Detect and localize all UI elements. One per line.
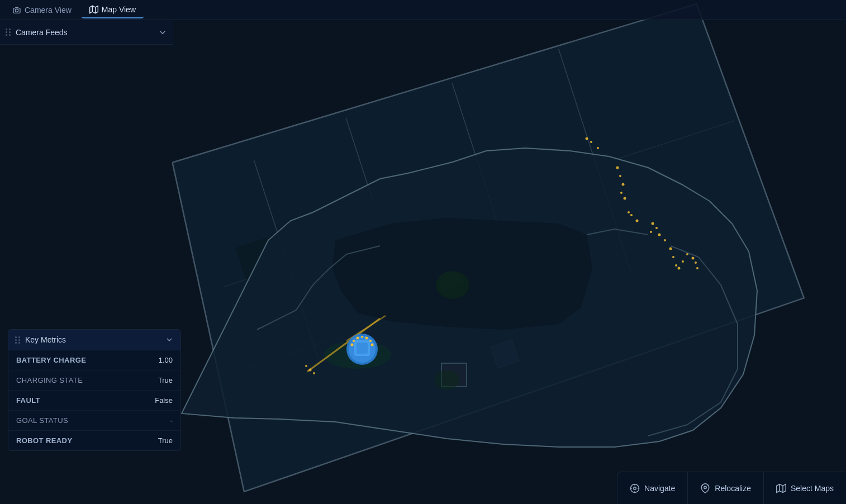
drag-handle[interactable] [6,28,11,36]
svg-point-38 [620,192,622,194]
metric-key-robot-ready: ROBOT READY [16,436,72,445]
relocalize-icon [700,483,710,493]
metrics-drag-handle[interactable] [15,336,21,344]
bottom-toolbar: Navigate Relocalize Select Maps [617,472,846,504]
metric-row-charging: Charging State True [8,370,180,391]
svg-marker-74 [89,6,98,13]
select-maps-label: Select Maps [791,484,834,493]
relocalize-button[interactable]: Relocalize [688,472,764,504]
svg-point-52 [682,260,684,263]
svg-point-66 [369,340,372,342]
svg-point-46 [658,234,661,236]
svg-point-33 [597,147,599,149]
svg-point-35 [616,167,619,169]
select-maps-icon [776,483,786,493]
svg-point-77 [634,487,636,489]
metric-value-fault: False [155,396,173,405]
camera-feeds-toggle[interactable] [158,27,168,37]
navigate-label: Navigate [644,484,675,493]
chevron-down-icon [158,27,168,37]
metric-row-fault: FAULT False [8,391,180,411]
svg-point-71 [436,271,469,299]
svg-point-40 [630,214,633,216]
svg-point-44 [655,227,658,229]
metric-key-charging: Charging State [16,376,83,384]
svg-point-70 [313,372,315,374]
svg-point-36 [619,175,621,177]
svg-point-51 [678,267,681,270]
chevron-down-icon [165,335,174,344]
metric-row-goal: Goal Status - [8,411,180,431]
robot-marker [346,334,378,365]
metric-row-robot-ready: ROBOT READY True [8,431,180,450]
svg-point-49 [672,256,674,258]
map-icon [89,5,98,14]
svg-point-65 [365,337,368,340]
svg-point-72 [435,370,459,390]
svg-point-64 [361,336,363,338]
svg-point-67 [371,344,374,346]
metric-key-battery: BATTERY CHARGE [16,356,86,364]
key-metrics-panel: Key Metrics BATTERY CHARGE 1.00 Charging… [8,329,181,451]
svg-point-62 [353,340,355,342]
select-maps-button[interactable]: Select Maps [764,472,846,504]
svg-point-32 [586,137,588,140]
camera-feeds-label: Camera Feeds [16,28,153,37]
metric-key-goal: Goal Status [16,416,68,425]
svg-point-41 [636,220,639,222]
svg-point-48 [669,248,672,250]
top-nav: Camera View Map View [0,0,846,20]
navigate-icon [630,483,640,493]
metric-value-robot-ready: True [158,436,173,445]
svg-point-69 [305,365,307,367]
metric-row-battery: BATTERY CHARGE 1.00 [8,350,180,370]
svg-point-39 [624,197,626,200]
camera-icon [12,6,21,15]
svg-point-68 [309,369,312,372]
svg-point-43 [652,222,654,225]
key-metrics-toggle[interactable] [165,335,174,344]
relocalize-label: Relocalize [715,484,751,493]
svg-point-37 [622,183,625,186]
metric-value-battery: 1.00 [159,356,173,364]
navigate-button[interactable]: Navigate [617,472,688,504]
metrics-table: BATTERY CHARGE 1.00 Charging State True … [8,350,180,450]
svg-rect-60 [357,343,368,354]
tab-camera-view-label: Camera View [25,6,72,15]
svg-point-63 [357,337,359,340]
svg-marker-84 [777,484,786,492]
tab-map-view[interactable]: Map View [82,2,144,18]
svg-point-55 [695,261,697,264]
svg-point-54 [692,257,695,260]
metric-key-fault: FAULT [16,396,40,405]
svg-point-42 [628,211,630,213]
metric-value-goal: - [170,416,173,425]
svg-point-83 [704,486,707,489]
svg-point-45 [650,231,652,233]
key-metrics-title: Key Metrics [25,335,160,344]
key-metrics-header: Key Metrics [8,330,180,350]
svg-point-53 [686,253,688,255]
camera-feeds-bar: Camera Feeds [0,20,173,45]
svg-point-50 [675,264,677,267]
svg-point-47 [664,239,666,241]
tab-map-view-label: Map View [102,5,136,14]
metric-value-charging: True [158,376,173,384]
svg-point-61 [351,344,354,346]
svg-point-56 [696,267,698,269]
svg-point-34 [590,141,592,143]
tab-camera-view[interactable]: Camera View [4,2,79,18]
svg-point-73 [15,9,18,12]
